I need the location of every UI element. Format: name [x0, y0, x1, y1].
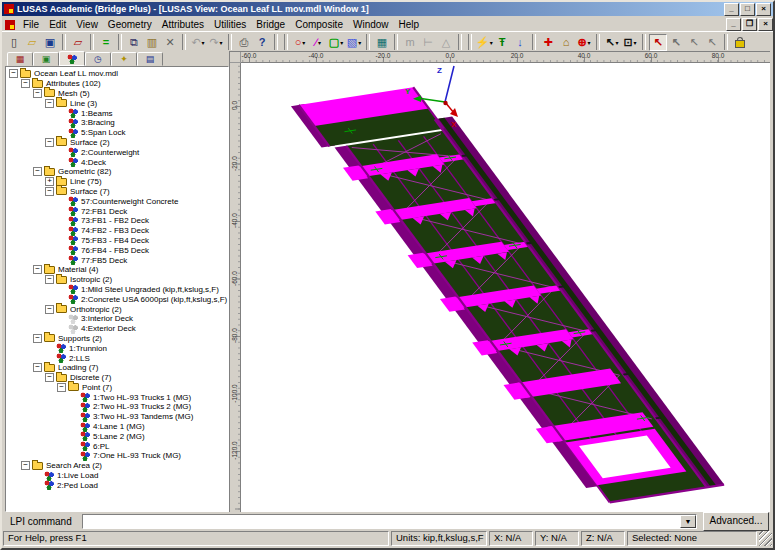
home-view-button[interactable]: ⌂ — [557, 34, 575, 51]
collapse-box[interactable]: − — [57, 383, 66, 392]
tree-item[interactable]: −Point (7) — [6, 383, 228, 393]
dropdown-arrow-icon[interactable]: ▾ — [616, 39, 619, 46]
tree-item[interactable]: 2:Concrete USA 6000psi (kip,ft,kslug,s,F… — [6, 294, 228, 304]
tree-item[interactable]: −Search Area (2) — [6, 461, 228, 471]
tree-item[interactable]: 1:Mild Steel Ungraded (kip,ft,kslug,s,F) — [6, 285, 228, 295]
collapse-box[interactable]: − — [45, 99, 54, 108]
tree-item[interactable]: −Surface (7) — [6, 187, 228, 197]
collapse-box[interactable]: − — [33, 265, 42, 274]
maximize-button[interactable]: □ — [740, 3, 755, 16]
tree-item[interactable]: 4:Lane 1 (MG) — [6, 422, 228, 432]
tree-item[interactable]: 75:FB3 - FB4 Deck — [6, 236, 228, 246]
menu-window[interactable]: Window — [348, 18, 394, 31]
menu-file[interactable]: File — [18, 18, 44, 31]
collapse-box[interactable]: − — [45, 275, 54, 284]
title-bar[interactable]: LUSAS Academic (Bridge Plus) - [LUSAS Vi… — [2, 2, 773, 16]
open-button[interactable]: ▱ — [23, 34, 41, 51]
mdi-restore-button[interactable]: ❐ — [742, 18, 757, 31]
tree-item[interactable]: 1:Trunnion — [6, 343, 228, 353]
dropdown-arrow-icon[interactable]: ▾ — [318, 39, 321, 46]
draw-surface-button[interactable]: ▢▾ — [327, 34, 345, 51]
tree-item[interactable]: 73:FB1 - FB2 Deck — [6, 216, 228, 226]
zoom-target-button[interactable]: ⊕▾ — [575, 34, 593, 51]
collapse-box[interactable]: − — [21, 79, 30, 88]
tree-item[interactable]: −Geometric (82) — [6, 167, 228, 177]
local-axes-button[interactable]: Ŧ — [493, 34, 511, 51]
tree-item[interactable]: −Discrete (7) — [6, 373, 228, 383]
tree-item[interactable]: −Orthotropic (2) — [6, 304, 228, 314]
menu-help[interactable]: Help — [394, 18, 425, 31]
dynamic-pan-button[interactable]: ✚ — [539, 34, 557, 51]
advanced-button[interactable]: Advanced... — [703, 512, 769, 531]
tree-item[interactable]: 3:Bracing — [6, 118, 228, 128]
collapse-box[interactable]: − — [21, 461, 30, 470]
vertical-axis-button[interactable]: ↓ — [511, 34, 529, 51]
tree-item[interactable]: 1:Two HL-93 Trucks 1 (MG) — [6, 392, 228, 402]
collapse-box[interactable]: − — [33, 167, 42, 176]
assign-attribute-button[interactable]: ⚡▾ — [475, 34, 493, 51]
image-button[interactable]: ▦ — [373, 34, 391, 51]
model-canvas[interactable]: Z Y X — [241, 63, 770, 512]
tree-item[interactable]: 3:Interior Deck — [6, 314, 228, 324]
tab-groups[interactable]: ▣ — [33, 52, 59, 66]
tree-item[interactable]: −Ocean Leaf LL mov.mdl — [6, 69, 228, 79]
tree-item[interactable]: 5:Lane 2 (MG) — [6, 431, 228, 441]
tree-item[interactable]: 5:Span Lock — [6, 128, 228, 138]
tab-layers[interactable]: ▦ — [7, 52, 33, 66]
select-cursor-button[interactable]: ↖▾ — [603, 34, 621, 51]
lpi-command-combo[interactable]: ▼ — [82, 514, 697, 529]
lpi-command-input[interactable] — [83, 515, 680, 528]
collapse-box[interactable]: − — [33, 334, 42, 343]
tree-item[interactable]: −Attributes (102) — [6, 79, 228, 89]
dropdown-arrow-icon[interactable]: ▾ — [202, 39, 205, 46]
collapse-box[interactable]: − — [45, 138, 54, 147]
tree-item[interactable]: 2:Two HL-93 Trucks 2 (MG) — [6, 402, 228, 412]
select-elements-button[interactable]: ↖ — [649, 34, 667, 51]
menu-view[interactable]: View — [71, 18, 103, 31]
expand-box[interactable]: + — [45, 177, 54, 186]
open-model-button[interactable]: ▱ — [69, 34, 87, 51]
tree-item[interactable]: −Isotropic (2) — [6, 275, 228, 285]
dropdown-arrow-icon[interactable]: ▾ — [588, 39, 591, 46]
tree-item[interactable]: −Line (3) — [6, 98, 228, 108]
tree-item[interactable]: 57:Counterweight Concrete — [6, 196, 228, 206]
close-button[interactable]: × — [756, 3, 771, 16]
collapse-box[interactable]: − — [45, 373, 54, 382]
tree-item[interactable]: 72:FB1 Deck — [6, 206, 228, 216]
print-button[interactable]: ⎙ — [235, 34, 253, 51]
mdi-close-button[interactable]: × — [758, 18, 773, 31]
select-polygon-button[interactable]: ↖ — [685, 34, 703, 51]
dropdown-arrow-icon[interactable]: ▾ — [220, 39, 223, 46]
context-help-button[interactable]: ? — [253, 34, 271, 51]
draw-line-button[interactable]: ∕▾ — [309, 34, 327, 51]
tree-item[interactable]: 76:FB4 - FB5 Deck — [6, 245, 228, 255]
new-button[interactable]: ▯ — [5, 34, 23, 51]
save-button[interactable]: ▣ — [41, 34, 59, 51]
dropdown-arrow-icon[interactable]: ▾ — [340, 39, 343, 46]
paste-button[interactable]: ▥ — [143, 34, 161, 51]
deselect-button[interactable]: ↖ — [667, 34, 685, 51]
lock-selection-button[interactable] — [731, 34, 749, 51]
tree-item[interactable]: −Surface (2) — [6, 138, 228, 148]
menu-edit[interactable]: Edit — [44, 18, 71, 31]
attributes-tree[interactable]: −Ocean Leaf LL mov.mdl−Attributes (102)−… — [5, 66, 229, 512]
collapse-box[interactable]: − — [45, 187, 54, 196]
dropdown-arrow-icon[interactable]: ▾ — [302, 39, 305, 46]
menu-attributes[interactable]: Attributes — [157, 18, 209, 31]
menu-utilities[interactable]: Utilities — [209, 18, 251, 31]
tab-attributes[interactable] — [59, 51, 85, 66]
collapse-box[interactable]: − — [33, 89, 42, 98]
menu-bridge[interactable]: Bridge — [251, 18, 290, 31]
tree-item[interactable]: 1:Beams — [6, 108, 228, 118]
delete-button[interactable]: ✕ — [161, 34, 179, 51]
tab-reports[interactable]: ▤ — [137, 52, 163, 66]
collapse-box[interactable]: − — [45, 305, 54, 314]
solve-button[interactable]: = — [97, 34, 115, 51]
tree-item[interactable]: 2:Counterweight — [6, 147, 228, 157]
dropdown-arrow-icon[interactable]: ▾ — [634, 39, 637, 46]
tree-item[interactable]: 6:PL — [6, 441, 228, 451]
select-box-button[interactable]: ⊡▾ — [621, 34, 639, 51]
resize-grip[interactable] — [759, 531, 772, 546]
tree-item[interactable]: −Supports (2) — [6, 334, 228, 344]
tree-item[interactable]: −Mesh (5) — [6, 89, 228, 99]
